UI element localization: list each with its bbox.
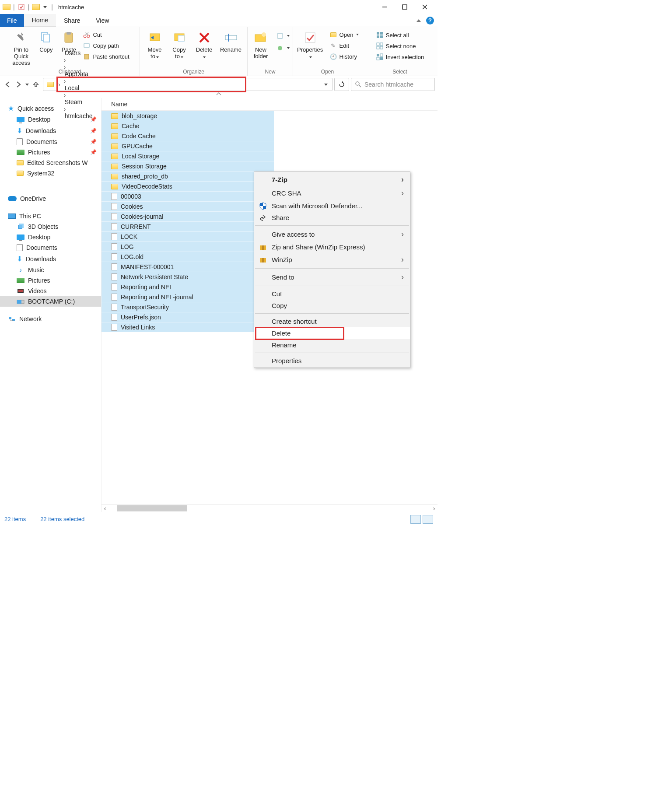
- sidebar-item[interactable]: 3D Objects: [0, 221, 101, 232]
- file-row[interactable]: LOG.old: [102, 252, 274, 262]
- file-row[interactable]: Reporting and NEL: [102, 282, 274, 292]
- file-row[interactable]: Cookies-journal: [102, 211, 274, 221]
- horizontal-scrollbar[interactable]: ‹›: [102, 504, 438, 512]
- sidebar-item[interactable]: Edited Screenshots W: [0, 158, 101, 168]
- ctx-delete[interactable]: Delete: [254, 327, 410, 339]
- file-row[interactable]: Visited Links: [102, 322, 274, 332]
- history-button[interactable]: 🕘History: [328, 52, 361, 61]
- tab-share[interactable]: Share: [56, 14, 88, 27]
- move-to-button[interactable]: Move to: [144, 28, 166, 60]
- file-row[interactable]: Session Storage: [102, 161, 274, 171]
- file-row[interactable]: Code Cache: [102, 131, 274, 141]
- qa-dropdown-icon[interactable]: [43, 6, 47, 8]
- tab-home[interactable]: Home: [24, 14, 56, 27]
- tab-view[interactable]: View: [88, 14, 117, 27]
- refresh-button[interactable]: [334, 78, 349, 91]
- file-row[interactable]: Cache: [102, 121, 274, 131]
- details-view-button[interactable]: [410, 515, 421, 524]
- nav-onedrive[interactable]: OneDrive: [0, 193, 101, 204]
- help-icon[interactable]: ?: [426, 17, 434, 24]
- file-row[interactable]: LOCK: [102, 231, 274, 242]
- sidebar-item[interactable]: ⬇Downloads📌: [0, 125, 101, 136]
- file-row[interactable]: TransportSecurity: [102, 302, 274, 312]
- file-row[interactable]: shared_proto_db: [102, 171, 274, 181]
- ctx-copy[interactable]: Copy: [254, 300, 410, 312]
- sidebar-item[interactable]: Documents: [0, 242, 101, 253]
- file-row[interactable]: Local Storage: [102, 151, 274, 161]
- maximize-button[interactable]: [395, 0, 415, 14]
- file-row[interactable]: MANIFEST-000001: [102, 262, 274, 272]
- sidebar-item[interactable]: Pictures: [0, 275, 101, 286]
- sidebar-item[interactable]: ♪Music: [0, 265, 101, 275]
- sidebar-item[interactable]: ⬇Downloads: [0, 253, 101, 265]
- edit-button[interactable]: ✎Edit: [328, 41, 361, 50]
- sidebar-item[interactable]: Pictures📌: [0, 147, 101, 158]
- new-folder-button[interactable]: New folder: [249, 28, 273, 60]
- sidebar-item[interactable]: Desktop📌: [0, 114, 101, 125]
- forward-button[interactable]: [15, 81, 22, 88]
- cut-button[interactable]: Cut: [81, 30, 131, 39]
- address-dropdown-icon[interactable]: [324, 84, 328, 86]
- nav-quick-access[interactable]: ★Quick access: [0, 102, 101, 114]
- breadcrumb-segment[interactable]: Users: [62, 49, 95, 56]
- ctx-crc-sha[interactable]: CRC SHA›: [254, 186, 410, 200]
- ctx-share[interactable]: Share: [254, 212, 410, 224]
- open-button[interactable]: Open: [328, 30, 361, 39]
- ctx-defender[interactable]: Scan with Microsoft Defender...: [254, 200, 410, 212]
- search-input[interactable]: Search htmlcache: [351, 78, 435, 91]
- history-dropdown-icon[interactable]: [25, 84, 29, 86]
- file-row[interactable]: LOG: [102, 242, 274, 252]
- ctx-zip-share[interactable]: Zip and Share (WinZip Express): [254, 241, 410, 253]
- nav-network[interactable]: Network: [0, 314, 101, 324]
- select-all-button[interactable]: Select all: [374, 30, 426, 40]
- sidebar-item[interactable]: System32: [0, 168, 101, 178]
- sidebar-item[interactable]: BOOTCAMP (C:): [0, 296, 101, 307]
- sidebar-item[interactable]: Documents📌: [0, 136, 101, 147]
- file-row[interactable]: UserPrefs.json: [102, 312, 274, 322]
- file-row[interactable]: CURRENT: [102, 221, 274, 231]
- column-expand-icon[interactable]: [216, 92, 222, 96]
- file-row[interactable]: blob_storage: [102, 111, 274, 121]
- qa-save-icon[interactable]: [18, 3, 25, 11]
- ctx-properties[interactable]: Properties: [254, 355, 410, 367]
- breadcrumb-segment[interactable]: AppData: [62, 70, 95, 77]
- qa-folder-icon[interactable]: [32, 4, 40, 10]
- ctx-give-access[interactable]: Give access to›: [254, 228, 410, 241]
- file-row[interactable]: Network Persistent State: [102, 272, 274, 282]
- ctx-cut[interactable]: Cut: [254, 288, 410, 300]
- ctx-send-to[interactable]: Send to›: [254, 270, 410, 284]
- ctx-winzip[interactable]: WinZip›: [254, 253, 410, 266]
- ctx-create-shortcut[interactable]: Create shortcut: [254, 315, 410, 327]
- ctx-7zip[interactable]: 7-Zip›: [254, 173, 410, 186]
- easy-access-dropdown[interactable]: [274, 43, 291, 53]
- properties-button[interactable]: Properties: [294, 28, 326, 60]
- copy-to-button[interactable]: Copy to: [168, 28, 191, 60]
- address-bar[interactable]: UsersAppDataLocalSteamhtmlcache: [43, 78, 332, 91]
- select-none-button[interactable]: Select none: [374, 41, 426, 51]
- file-row[interactable]: 000003: [102, 191, 274, 201]
- copy-button[interactable]: Copy: [35, 28, 56, 53]
- minimize-button[interactable]: [374, 0, 395, 14]
- invert-selection-button[interactable]: Invert selection: [374, 52, 426, 62]
- new-item-dropdown[interactable]: [274, 31, 291, 41]
- delete-button[interactable]: Delete: [192, 28, 216, 60]
- back-button[interactable]: [4, 81, 11, 88]
- pin-to-quick-access-button[interactable]: Pin to Quick access: [8, 28, 34, 66]
- column-header-name[interactable]: Name: [102, 98, 438, 111]
- up-button[interactable]: [32, 81, 39, 88]
- file-row[interactable]: GPUCache: [102, 141, 274, 151]
- sidebar-item[interactable]: Videos: [0, 286, 101, 296]
- breadcrumb-segment[interactable]: Local: [62, 84, 95, 91]
- copy-path-button[interactable]: Copy path: [81, 41, 131, 50]
- nav-this-pc[interactable]: This PC: [0, 211, 101, 221]
- tab-file[interactable]: File: [0, 14, 24, 27]
- close-button[interactable]: [415, 0, 435, 14]
- collapse-ribbon-icon[interactable]: [416, 19, 421, 22]
- large-icons-view-button[interactable]: [423, 515, 433, 524]
- file-row[interactable]: VideoDecodeStats: [102, 181, 274, 191]
- sidebar-item[interactable]: Desktop: [0, 232, 101, 242]
- ctx-rename[interactable]: Rename: [254, 339, 410, 351]
- file-row[interactable]: Cookies: [102, 201, 274, 211]
- file-row[interactable]: Reporting and NEL-journal: [102, 292, 274, 302]
- rename-button[interactable]: Rename: [218, 28, 244, 53]
